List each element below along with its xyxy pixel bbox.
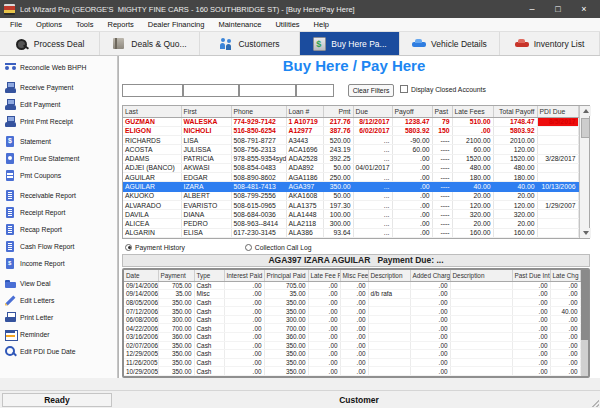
sidebar-item-pmt-coupons[interactable]: Pmt Coupons bbox=[5, 169, 117, 181]
payment-row[interactable]: 04/22/2006 700.00 Cash .00 700.00 .00 .0… bbox=[124, 324, 580, 333]
column-header[interactable]: Phone bbox=[231, 106, 286, 117]
payment-scrollbar[interactable] bbox=[581, 270, 589, 376]
column-header[interactable]: Misc Fee bbox=[340, 270, 368, 281]
customer-row[interactable]: DAVILA DIANA 508-684-0036 ALA1448 100.00… bbox=[123, 210, 578, 219]
scroll-up-arrow-icon[interactable] bbox=[580, 106, 591, 116]
sidebar-item-print-pmt-receipt[interactable]: Print Pmt Receipt bbox=[5, 115, 117, 127]
customer-row[interactable]: ALVARADO EVARISTO 508-615-0965 ALA1375 1… bbox=[123, 200, 578, 209]
column-header[interactable]: Late Fee F bbox=[308, 270, 340, 281]
sidebar-item-receipt-report[interactable]: Receipt Report bbox=[5, 206, 117, 218]
menu-item-dealer-financing[interactable]: Dealer Financing bbox=[141, 18, 212, 32]
filter-last-input[interactable] bbox=[122, 84, 183, 97]
collection-call-log-radio[interactable] bbox=[245, 244, 252, 251]
menu-item-utilities[interactable]: Utilities bbox=[268, 18, 306, 32]
column-header[interactable]: Total Payoff bbox=[493, 106, 537, 117]
payment-scrollbar-thumb[interactable] bbox=[581, 270, 589, 340]
menu-item-tools[interactable]: Tools bbox=[69, 18, 101, 32]
menu-item-options[interactable]: Options bbox=[29, 18, 69, 32]
filter-first-input[interactable] bbox=[183, 84, 239, 97]
column-header[interactable]: Principal Paid bbox=[264, 270, 308, 281]
customer-row[interactable]: ELIGON NICHOLI 516-850-6254 A12977 387.7… bbox=[123, 126, 578, 135]
menu-item-reports[interactable]: Reports bbox=[100, 18, 140, 32]
payment-row[interactable]: 11/26/2005 350.00 Cash .00 350.00 .00 .0… bbox=[124, 358, 580, 367]
customer-row[interactable]: AGUILAR IZARA 508-481-7413 AGA397 350.00… bbox=[123, 182, 578, 191]
payment-row[interactable]: 06/08/2006 300.00 Cash .00 300.00 .00 .0… bbox=[124, 315, 580, 324]
sidebar-item-reconcile-web-bhph[interactable]: Reconcile Web BHPH bbox=[5, 61, 117, 73]
sidebar-item-receivable-report[interactable]: Receivable Report bbox=[5, 189, 117, 201]
payment-row[interactable]: 10/29/2005 350.00 Cash .00 350.00 .00 .0… bbox=[124, 367, 580, 376]
customer-row[interactable]: ALGARIN ELISA 617-230-3145 ALA386 93.64 … bbox=[123, 228, 578, 237]
column-header[interactable]: Last bbox=[123, 106, 181, 117]
column-header[interactable]: Pmt bbox=[323, 106, 353, 117]
payment-row[interactable]: 03/16/2006 360.00 Cash .00 360.00 .00 .0… bbox=[124, 332, 580, 341]
vertical-scrollbar[interactable] bbox=[579, 106, 590, 238]
sidebar-item-reminder[interactable]: Reminder bbox=[5, 328, 117, 340]
customer-row[interactable]: GUZMAN WALESKA 774-929-7142 1 A10719 217… bbox=[123, 117, 578, 126]
menu-item-help[interactable]: Help bbox=[307, 18, 336, 32]
sidebar-item-edit-pdi-due-date[interactable]: Edit PDI Due Date bbox=[5, 345, 117, 357]
payment-row[interactable]: 08/05/2006 350.00 Cash .00 350.00 .00 .0… bbox=[124, 298, 580, 307]
column-header[interactable]: Past bbox=[432, 106, 452, 117]
column-header[interactable]: Date bbox=[124, 270, 158, 281]
menu-item-file[interactable]: File bbox=[3, 18, 29, 32]
toolbar-customers-button[interactable]: Customers bbox=[200, 32, 300, 55]
column-header[interactable]: Late Fees bbox=[452, 106, 493, 117]
scrollbar-thumb[interactable] bbox=[581, 118, 590, 138]
toolbar-process-deal-button[interactable]: Process Deal bbox=[0, 32, 100, 55]
sidebar-item-edit-letters[interactable]: Edit Letters bbox=[5, 294, 117, 306]
display-closed-accounts-checkbox[interactable] bbox=[400, 85, 408, 93]
column-header[interactable]: Payoff bbox=[392, 106, 432, 117]
sidebar-item-statement[interactable]: Statement bbox=[5, 135, 117, 147]
pdi-due-cell bbox=[537, 173, 578, 182]
column-header[interactable]: PDI Due bbox=[537, 106, 578, 117]
filter-loan-input[interactable] bbox=[296, 84, 334, 97]
customer-row[interactable]: RICHARDS LISA 508-791-8727 A3443 520.00 … bbox=[123, 136, 578, 145]
sidebar-item-receive-payment[interactable]: Receive Payment bbox=[5, 81, 117, 93]
customer-row[interactable]: ACOSTA JULISSA 508-756-2313 ACA1696 243.… bbox=[123, 145, 578, 154]
payment-row[interactable]: 09/14/2006 705.00 Cash .00 705.00 .00 .0… bbox=[124, 281, 580, 290]
column-header[interactable]: Past Due Int bbox=[512, 270, 550, 281]
menu-item-maintenance[interactable]: Maintenance bbox=[211, 18, 268, 32]
column-header[interactable]: Interest Paid bbox=[224, 270, 264, 281]
column-header[interactable]: Late Chg bbox=[550, 270, 580, 281]
customer-row[interactable]: AKUOKO ALBERT 508-799-2556 AKA1608 50.00… bbox=[123, 191, 578, 200]
buy-here-icon bbox=[312, 37, 326, 50]
sidebar-item-print-letter[interactable]: Print Letter bbox=[5, 311, 117, 323]
column-header[interactable]: Added Charg bbox=[410, 270, 450, 281]
payment-row[interactable]: 02/07/2006 350.00 Cash .00 350.00 .00 .0… bbox=[124, 341, 580, 350]
clear-filters-button[interactable]: Clear Filters bbox=[348, 84, 394, 97]
column-header[interactable]: Due bbox=[353, 106, 392, 117]
toolbar-buy-here-pay-here-button[interactable]: Buy Here Pa... bbox=[300, 32, 400, 55]
scroll-down-arrow-icon[interactable] bbox=[580, 228, 591, 238]
toolbar-inventory-list-button[interactable]: Inventory List bbox=[500, 32, 600, 55]
payment-row[interactable]: 07/12/2006 350.00 Cash .00 350.00 .00 .0… bbox=[124, 307, 580, 316]
sidebar-item-income-report[interactable]: Income Report bbox=[5, 257, 117, 269]
customer-row[interactable]: ALICEA PEDRO 508-963--8414 ALA2118 300.0… bbox=[123, 219, 578, 228]
payment-row[interactable]: 09/14/2006 35.00 Misc .00 35.00 .00 .00 … bbox=[124, 290, 580, 299]
column-header[interactable]: Type bbox=[194, 270, 224, 281]
column-header[interactable]: Payment bbox=[158, 270, 194, 281]
sidebar-item-pmt-due-statement[interactable]: Pmt Due Statement bbox=[5, 152, 117, 164]
column-header[interactable]: Loan # bbox=[286, 106, 323, 117]
sidebar-item-view-deal[interactable]: View Deal bbox=[5, 277, 117, 289]
customer-row[interactable]: AGUILAR EDGAR 508-890-8602 AGA1186 250.0… bbox=[123, 173, 578, 182]
sidebar-item-recap-report[interactable]: Recap Report bbox=[5, 223, 117, 235]
pdi-due-cell: 10/13/2006 bbox=[537, 182, 578, 191]
maximize-button[interactable]: □ bbox=[552, 4, 564, 14]
column-header[interactable]: First bbox=[181, 106, 231, 117]
column-header[interactable]: Description bbox=[450, 270, 512, 281]
sidebar-item-cash-flow-report[interactable]: Cash Flow Report bbox=[5, 240, 117, 252]
toolbar-deals-quotes-button[interactable]: Deals & Quo... bbox=[100, 32, 200, 55]
filter-phone-input[interactable] bbox=[239, 84, 296, 97]
column-header[interactable]: Description bbox=[368, 270, 410, 281]
minimize-button[interactable]: – bbox=[526, 4, 538, 14]
payment-row[interactable]: 12/29/2005 350.00 Cash .00 350.00 .00 .0… bbox=[124, 350, 580, 359]
customer-row[interactable]: ADAMS PATRICIA 978-855-9354sydn ADA2528 … bbox=[123, 154, 578, 163]
payment-history-radio[interactable] bbox=[125, 244, 132, 251]
customer-row[interactable]: ADJEI (BANCO) AKWASI 508-854-0483 ADA892… bbox=[123, 163, 578, 172]
sidebar-item-edit-payment[interactable]: Edit Payment bbox=[5, 98, 117, 110]
close-button[interactable]: × bbox=[578, 4, 590, 14]
print-pmt-receipt-icon bbox=[5, 116, 16, 127]
toolbar-vehicle-details-button[interactable]: Vehicle Details bbox=[400, 32, 500, 55]
status-context: Customer bbox=[118, 393, 600, 407]
